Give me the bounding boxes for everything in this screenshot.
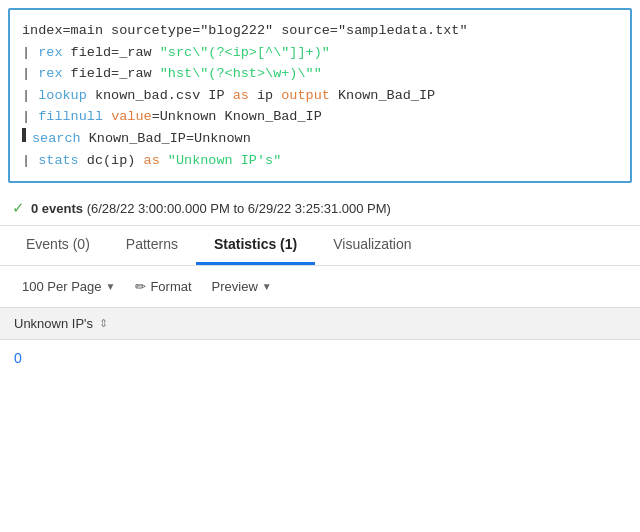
- code-line-2: | rex field=_raw "src\"(?<ip>[^\"]]+)": [22, 42, 618, 64]
- tab-patterns[interactable]: Patterns: [108, 226, 196, 265]
- preview-button[interactable]: Preview ▼: [202, 274, 282, 299]
- tab-statistics[interactable]: Statistics (1): [196, 226, 315, 265]
- preview-caret-icon: ▼: [262, 281, 272, 292]
- code-line-4: | lookup known_bad.csv IP as ip output K…: [22, 85, 618, 107]
- tab-visualization[interactable]: Visualization: [315, 226, 429, 265]
- tabs-bar: Events (0) Patterns Statistics (1) Visua…: [0, 226, 640, 266]
- code-line-1: index=main sourcetype="blog222" source="…: [22, 20, 618, 42]
- code-line-6: search Known_Bad_IP=Unknown: [22, 128, 618, 150]
- format-button[interactable]: ✏ Format: [125, 274, 201, 299]
- per-page-label: 100 Per Page: [22, 279, 102, 294]
- preview-label: Preview: [212, 279, 258, 294]
- toolbar: 100 Per Page ▼ ✏ Format Preview ▼: [0, 266, 640, 308]
- code-editor[interactable]: index=main sourcetype="blog222" source="…: [8, 8, 632, 183]
- status-bar: ✓ 0 events (6/28/22 3:00:00.000 PM to 6/…: [0, 191, 640, 226]
- status-text: 0 events (6/28/22 3:00:00.000 PM to 6/29…: [31, 201, 391, 216]
- tab-events[interactable]: Events (0): [8, 226, 108, 265]
- table-cell-value: 0: [14, 350, 626, 366]
- per-page-selector[interactable]: 100 Per Page ▼: [12, 274, 125, 299]
- pencil-icon: ✏: [135, 279, 146, 294]
- sort-icon: ⇕: [99, 317, 108, 330]
- status-check-icon: ✓: [12, 199, 25, 217]
- column-label: Unknown IP's: [14, 316, 93, 331]
- code-line-5: | fillnull value=Unknown Known_Bad_IP: [22, 106, 618, 128]
- format-label: Format: [150, 279, 191, 294]
- code-line-3: | rex field=_raw "hst\"(?<hst>\w+)\"": [22, 63, 618, 85]
- table-body: 0: [0, 340, 640, 376]
- per-page-caret-icon: ▼: [106, 281, 116, 292]
- table-column-header[interactable]: Unknown IP's ⇕: [0, 308, 640, 340]
- code-line-7: | stats dc(ip) as "Unknown IP's": [22, 150, 618, 172]
